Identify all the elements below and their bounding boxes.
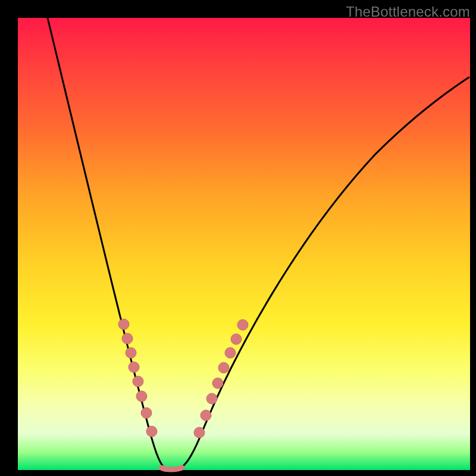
curve-left-branch (48, 18, 170, 469)
dots-left-dot (129, 362, 139, 372)
dots-right-dot (225, 347, 236, 358)
dots-right-dot (194, 427, 205, 438)
dots-left-dot (122, 333, 133, 344)
curve-right-branch (178, 77, 469, 469)
curve-bottom-marker-path (161, 468, 182, 469)
dots-left-group (118, 319, 157, 437)
dots-right-group (194, 320, 248, 438)
watermark-text: TheBottleneck.com (346, 4, 470, 20)
dots-left-dot (118, 319, 129, 330)
dots-right-dot (218, 362, 229, 373)
dots-left-dot (126, 347, 136, 358)
dots-right-dot (201, 410, 211, 421)
dots-right-dot (212, 378, 223, 389)
dots-right-dot (231, 334, 242, 345)
dots-left-dot (141, 408, 152, 418)
dots-right-dot (237, 320, 248, 330)
chart-frame: TheBottleneck.com (0, 0, 476, 476)
dots-left-dot (136, 391, 147, 402)
dots-right-dot (206, 393, 217, 404)
curve-group (48, 18, 469, 469)
dots-left-dot (146, 426, 157, 437)
plot-area (18, 18, 470, 470)
dots-left-dot (133, 376, 143, 387)
curve-svg (18, 18, 470, 470)
